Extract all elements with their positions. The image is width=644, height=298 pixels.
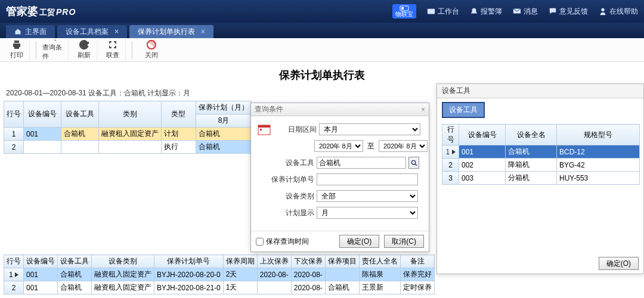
iot-badge[interactable]: 物联宝	[392, 4, 416, 18]
plan-input[interactable]	[317, 173, 418, 185]
close-icon[interactable]: ×	[201, 27, 205, 36]
close-icon[interactable]: ×	[421, 105, 425, 114]
toolbar: 打印 查询条件 刷新 联查 关闭	[0, 38, 644, 62]
save-time-checkbox[interactable]: 保存查询时间	[256, 237, 309, 247]
table-row[interactable]: 3003分箱机HUY-553	[442, 172, 640, 185]
tool-input[interactable]	[317, 157, 406, 169]
table-row[interactable]: 1 001 合箱机 融资租入固定资产 计划 合箱机	[4, 128, 252, 141]
menu-help[interactable]: 在线帮助	[599, 7, 638, 17]
svg-rect-7	[258, 125, 270, 128]
table-row[interactable]: 1 001合箱机BCD-12	[442, 145, 640, 159]
close-button[interactable]: 关闭	[138, 39, 165, 61]
cancel-button[interactable]: 取消(C)	[384, 235, 424, 248]
app-topbar: 管家婆 工贸 PRO 物联宝 工作台 报警簿 消息 意见反馈 在线帮助	[0, 0, 644, 23]
app-logo: 管家婆 工贸 PRO	[6, 4, 76, 18]
menu-workbench[interactable]: 工作台	[427, 7, 459, 17]
date-to[interactable]: 2020年 8月31日	[379, 140, 428, 152]
link-button[interactable]: 联查	[100, 39, 126, 61]
page-title: 保养计划单执行表	[0, 68, 644, 82]
panel-ok-button[interactable]: 确定(O)	[599, 257, 639, 270]
menu-alarm[interactable]: 报警簿	[470, 7, 502, 17]
svg-point-4	[54, 39, 55, 41]
close-icon[interactable]: ×	[114, 27, 119, 36]
svg-point-3	[601, 8, 604, 11]
menu-feedback[interactable]: 意见反馈	[549, 7, 588, 17]
tab-home[interactable]: 主界面	[6, 25, 55, 38]
table-row[interactable]: 2 执行 合箱机	[4, 141, 252, 154]
plan-summary-grid[interactable]: 行号 设备编号 设备工具 类别 类型 保养计划（月） 8月 1 001 合箱机 …	[4, 101, 252, 154]
refresh-button[interactable]: 刷新	[71, 39, 97, 61]
panel-tab[interactable]: 设备工具	[442, 102, 485, 118]
calendar-icon	[257, 123, 271, 135]
row-pointer-icon	[452, 150, 456, 154]
table-row[interactable]: 1 001合箱机融资租入固定资产 BYJH-2020-08-20-02天2020…	[4, 268, 435, 281]
svg-rect-2	[428, 9, 435, 14]
ok-button[interactable]: 确定(O)	[339, 235, 379, 248]
query-dialog: 查询条件× 日期区间 本月 2020年 8月 1日 至 2020年 8月31日 …	[250, 103, 429, 252]
device-grid[interactable]: 行号设备编号设备全名规格型号 1 001合箱机BCD-12 2002降箱机BYG…	[442, 124, 640, 185]
print-button[interactable]: 打印	[4, 39, 30, 61]
table-row[interactable]: 2002降箱机BYG-42	[442, 159, 640, 172]
category-select[interactable]: 全部	[317, 190, 418, 202]
lookup-button[interactable]	[408, 157, 419, 169]
document-tabs: 主界面 设备工具档案× 保养计划单执行表×	[0, 23, 644, 38]
tab-plan-exec[interactable]: 保养计划单执行表×	[129, 25, 213, 38]
date-from[interactable]: 2020年 8月 1日	[314, 140, 363, 152]
svg-point-9	[411, 160, 415, 164]
date-range-select[interactable]: 本月	[319, 123, 420, 135]
plan-detail-grid[interactable]: 行号 设备编号 设备工具 设备类别 保养计划单号 保养周期 上次保养 下次保养 …	[4, 254, 435, 294]
table-row[interactable]: 2 001合箱机融资租入固定资产 BYJH-2020-08-21-01天 202…	[4, 281, 435, 294]
menu-message[interactable]: 消息	[513, 7, 538, 17]
dialog-title: 查询条件	[255, 104, 283, 114]
query-button[interactable]: 查询条件	[42, 39, 69, 61]
svg-rect-8	[260, 129, 262, 131]
row-pointer-icon	[15, 272, 18, 277]
panel-title: 设备工具	[437, 84, 643, 98]
display-select[interactable]: 月	[317, 207, 418, 219]
device-lookup-panel: 设备工具 设备工具 行号设备编号设备全名规格型号 1 001合箱机BCD-12 …	[436, 83, 644, 274]
tab-archive[interactable]: 设备工具档案×	[57, 25, 127, 38]
svg-rect-1	[401, 7, 404, 10]
